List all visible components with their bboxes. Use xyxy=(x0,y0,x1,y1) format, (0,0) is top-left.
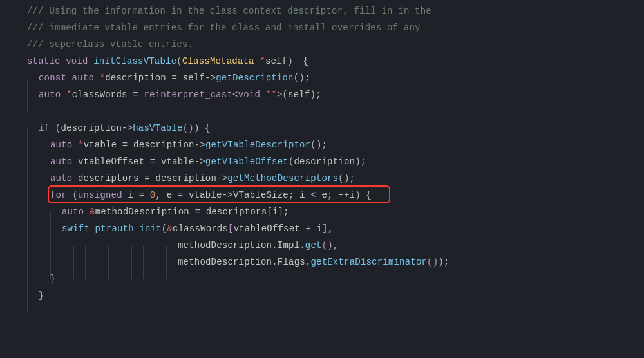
token-punc: + xyxy=(306,223,317,234)
token-var: Impl xyxy=(278,240,299,250)
token-kw: auto xyxy=(50,140,78,150)
code-line[interactable]: const auto *description = self->getDescr… xyxy=(0,70,644,86)
code-line[interactable]: auto vtableOffset = vtable->getVTableOff… xyxy=(0,153,644,170)
token-kw: unsigned xyxy=(78,190,128,200)
code-line[interactable]: methodDescription.Impl.get(), xyxy=(0,237,644,254)
token-func: hasVTable xyxy=(133,123,182,133)
token-paren2: () xyxy=(322,240,333,250)
token-punc: ( xyxy=(72,190,78,200)
token-punc: ; xyxy=(327,190,338,200)
token-var: methodDescription xyxy=(95,207,195,217)
token-deref: * xyxy=(260,56,265,66)
token-cursor: { xyxy=(303,53,310,70)
token-punc: { xyxy=(361,190,372,200)
token-kw: auto xyxy=(50,173,78,184)
token-kw: auto xyxy=(39,90,66,100)
token-kw: auto xyxy=(72,73,100,83)
token-type: ClassMetadata xyxy=(182,56,260,66)
code-line[interactable]: if (description->hasVTable()) { xyxy=(0,120,644,137)
token-func: getMethodDescriptors xyxy=(227,173,338,184)
token-kw: void xyxy=(238,90,266,100)
token-punc: . xyxy=(299,240,305,250)
token-punc: = xyxy=(178,190,189,200)
code-line[interactable]: auto &methodDescription = descriptors[i]… xyxy=(0,203,644,220)
token-func: getVTableOffset xyxy=(205,156,289,167)
token-kw: for xyxy=(50,190,72,200)
token-kw: if xyxy=(39,123,55,133)
token-punc: = xyxy=(139,190,150,200)
token-paren2: [ xyxy=(228,223,234,234)
token-var xyxy=(27,106,33,117)
token-comment: /// immediate vtable entries for the cla… xyxy=(27,23,421,33)
token-var: vtable xyxy=(189,190,222,200)
token-deref: & xyxy=(167,223,173,234)
code-line[interactable]: auto *classWords = reinterpret_cast<void… xyxy=(0,86,644,103)
code-line[interactable]: /// Using the information in the class c… xyxy=(0,3,644,19)
token-var: description xyxy=(105,73,171,83)
token-punc: = xyxy=(133,90,144,100)
token-punc: } xyxy=(39,290,44,301)
token-punc: () xyxy=(310,140,321,150)
code-line[interactable]: methodDescription.Flags.getExtraDiscrimi… xyxy=(0,254,644,270)
token-var: methodDescription xyxy=(178,257,272,267)
token-var: i xyxy=(350,190,355,200)
token-punc: -> xyxy=(194,156,205,167)
token-var: self xyxy=(183,73,205,83)
token-punc: ) xyxy=(355,156,361,167)
code-line[interactable]: auto *vtable = description->getVTableDes… xyxy=(0,137,644,153)
token-punc: ; xyxy=(316,90,321,100)
token-punc: () xyxy=(338,173,349,184)
token-var: i xyxy=(299,190,310,200)
token-kw: auto xyxy=(50,156,78,167)
token-var: e xyxy=(322,190,328,200)
token-func: getExtraDiscriminator xyxy=(310,257,427,267)
code-line[interactable]: /// superclass vtable entries. xyxy=(0,36,644,53)
token-punc: ; xyxy=(444,257,450,267)
token-deref: * xyxy=(100,73,106,83)
token-var: vtableOffset xyxy=(234,223,306,234)
token-func: getVTableDescriptor xyxy=(205,140,310,150)
token-paren2: ] xyxy=(322,223,328,234)
code-line[interactable]: auto descriptors = description->getMetho… xyxy=(0,170,644,187)
token-punc: ; xyxy=(305,73,310,83)
token-var: Flags xyxy=(278,257,305,267)
token-punc: ( xyxy=(289,156,294,167)
token-paren2: () xyxy=(183,123,194,133)
token-var: i xyxy=(272,207,278,217)
token-punc: ) xyxy=(310,90,316,100)
token-var: description xyxy=(294,156,355,167)
token-punc: ) xyxy=(287,56,293,66)
token-punc: -> xyxy=(194,140,205,150)
token-var: self xyxy=(288,90,310,100)
token-func: get xyxy=(305,240,322,250)
token-punc: = xyxy=(144,173,155,184)
token-punc: ] xyxy=(278,207,284,217)
token-kw: auto xyxy=(62,207,90,217)
token-punc: , xyxy=(155,190,166,200)
token-punc: -> xyxy=(216,173,227,184)
token-punc: () xyxy=(294,73,305,83)
code-line[interactable]: /// immediate vtable entries for the cla… xyxy=(0,19,644,36)
token-punc: = xyxy=(171,73,182,83)
token-punc: ( xyxy=(176,56,182,66)
token-punc: [ xyxy=(267,207,272,217)
token-punc xyxy=(293,56,299,66)
code-line[interactable]: static void initClassVTable(ClassMetadat… xyxy=(0,53,644,70)
token-punc: >( xyxy=(277,90,288,100)
token-var: i xyxy=(128,190,138,200)
token-kw: const xyxy=(39,73,72,83)
token-punc: } xyxy=(50,274,56,284)
code-line[interactable]: } xyxy=(0,287,644,304)
code-editor[interactable]: /// Using the information in the class c… xyxy=(0,3,644,304)
token-punc: ; xyxy=(283,207,289,217)
token-var: e xyxy=(167,190,178,200)
token-var: description xyxy=(155,173,216,184)
code-line[interactable]: } xyxy=(0,270,644,287)
code-line[interactable]: for (unsigned i = 0, e = vtable->VTableS… xyxy=(0,187,644,203)
token-var: self xyxy=(265,56,287,66)
token-punc: < xyxy=(232,90,238,100)
token-punc: ; xyxy=(289,190,299,200)
code-line[interactable]: swift_ptrauth_init(&classWords[vtableOff… xyxy=(0,220,644,237)
code-line[interactable] xyxy=(0,103,644,120)
token-func: swift_ptrauth_init xyxy=(62,223,162,234)
